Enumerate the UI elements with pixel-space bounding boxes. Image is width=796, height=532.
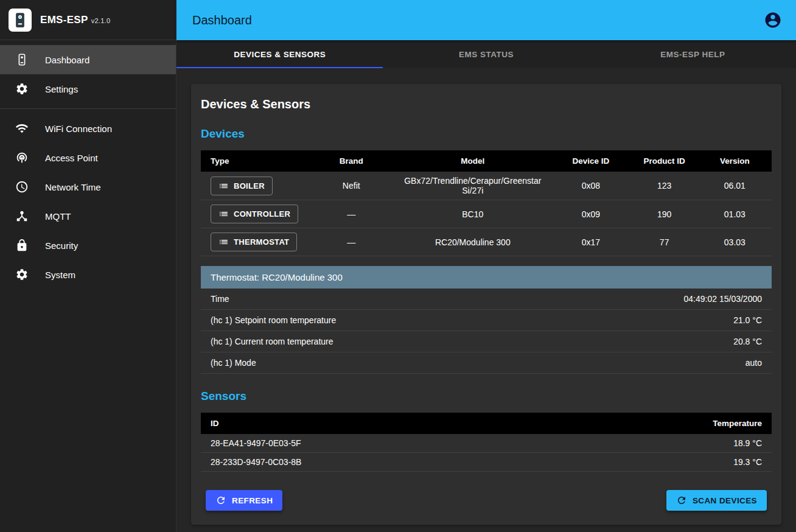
row-label: (hc 1) Mode [211,358,256,368]
clock-icon [15,180,29,194]
refresh-icon [676,495,687,506]
thermostat-banner: Thermostat: RC20/Moduline 300 [201,266,772,289]
card-actions: REFRESH SCAN DEVICES [201,490,772,511]
app-bar: Dashboard [176,0,796,40]
column-header-id: ID [201,413,601,434]
sidebar-item-security[interactable]: Security [0,231,176,260]
sidebar-item-settings[interactable]: Settings [0,74,176,103]
boiler-logo-icon [11,11,29,29]
sidebar-item-wifi-connection[interactable]: WiFi Connection [0,114,176,143]
column-header-version: Version [698,150,772,172]
tab-ems-esp-help[interactable]: EMS-ESP HELP [590,40,796,68]
app-version: v2.1.0 [91,17,111,24]
device-row-boiler: BOILER Nefit GBx72/Trendline/Cerapur/Gre… [201,172,772,200]
devices-sensors-card: Devices & Sensors Devices Type Brand Mod… [191,84,781,525]
row-value: 21.0 °C [733,315,762,325]
sidebar-item-access-point[interactable]: Access Point [0,143,176,172]
device-brand: — [308,228,394,256]
column-header-type: Type [201,150,308,172]
row-value: 04:49:02 15/03/2000 [684,294,762,304]
sidebar-header: EMS-ESPv2.1.0 [0,0,176,40]
device-product-id: 190 [631,200,698,228]
list-icon [218,209,229,219]
column-header-device-id: Device ID [551,150,630,172]
device-version: 03.03 [698,228,772,256]
sensors-table-header: ID Temperature [201,413,772,434]
device-type-button-thermostat[interactable]: THERMOSTAT [211,233,297,251]
device-row-thermostat: THERMOSTAT — RC20/Moduline 300 0x17 77 0… [201,228,772,256]
row-label: (hc 1) Setpoint room temperature [211,315,336,325]
sensors-section-title: Sensors [201,390,772,403]
account-button[interactable] [763,10,783,30]
tab-devices-sensors[interactable]: DEVICES & SENSORS [176,40,383,68]
row-label: Time [211,294,229,304]
device-type-button-controller[interactable]: CONTROLLER [211,205,298,223]
scan-devices-button[interactable]: SCAN DEVICES [666,490,767,511]
app-title: EMS-ESPv2.1.0 [40,14,110,26]
device-id: 0x08 [551,172,630,200]
device-brand: Nefit [308,172,394,200]
content-area: Devices & Sensors Devices Type Brand Mod… [176,68,796,532]
refresh-button[interactable]: REFRESH [206,490,282,511]
device-row-controller: CONTROLLER — BC10 0x09 190 01.03 [201,200,772,228]
sidebar-nav: Dashboard Settings WiFi Connection A [0,40,176,289]
sidebar-item-label: MQTT [45,211,71,222]
devices-section-title: Devices [201,127,772,141]
sidebar-item-label: Network Time [45,182,101,192]
device-version: 01.03 [698,200,772,228]
sidebar: EMS-ESPv2.1.0 Dashboard Settings [0,0,176,532]
device-type-button-boiler[interactable]: BOILER [211,177,273,195]
card-title: Devices & Sensors [201,97,772,111]
app-name: EMS-ESP [40,14,88,26]
main-area: Dashboard DEVICES & SENSORS EMS STATUS E… [176,0,796,532]
sensor-id: 28-233D-9497-0C03-8B [201,453,601,472]
sidebar-divider [0,108,176,109]
list-icon [218,237,229,247]
thermostat-detail-list: Time 04:49:02 15/03/2000 (hc 1) Setpoint… [201,289,772,374]
sidebar-item-label: Settings [45,84,78,94]
devices-table: Type Brand Model Device ID Product ID Ve… [201,150,772,256]
tab-ems-status[interactable]: EMS STATUS [383,40,589,68]
device-model: BC10 [394,200,551,228]
thermostat-row-setpoint: (hc 1) Setpoint room temperature 21.0 °C [201,310,772,331]
device-type-label: CONTROLLER [234,209,290,219]
sensors-table: ID Temperature 28-EA41-9497-0E03-5F 18.9… [201,413,772,472]
sidebar-item-network-time[interactable]: Network Time [0,172,176,201]
column-header-model: Model [394,150,551,172]
device-type-label: THERMOSTAT [234,237,289,247]
device-brand: — [308,200,394,228]
scan-devices-button-label: SCAN DEVICES [693,496,757,505]
sidebar-item-label: WiFi Connection [45,124,112,134]
device-model: RC20/Moduline 300 [394,228,551,256]
sensor-row: 28-EA41-9497-0E03-5F 18.9 °C [201,434,772,453]
devices-table-header: Type Brand Model Device ID Product ID Ve… [201,150,772,172]
sidebar-item-dashboard[interactable]: Dashboard [0,45,176,74]
wifi-icon [15,121,29,136]
device-hub-icon [15,209,29,223]
column-header-temperature: Temperature [601,413,772,434]
account-circle-icon [764,11,782,29]
tab-bar: DEVICES & SENSORS EMS STATUS EMS-ESP HEL… [176,40,796,68]
app-root: EMS-ESPv2.1.0 Dashboard Settings [0,0,796,532]
sidebar-item-label: System [45,270,75,280]
refresh-button-label: REFRESH [232,496,273,505]
sensor-temperature: 18.9 °C [601,434,772,453]
device-product-id: 123 [631,172,698,200]
row-label: (hc 1) Current room temperature [211,337,333,346]
thermostat-row-time: Time 04:49:02 15/03/2000 [201,289,772,310]
device-icon [15,52,29,67]
sidebar-item-mqtt[interactable]: MQTT [0,201,176,231]
device-version: 06.01 [698,172,772,200]
device-model: GBx72/Trendline/Cerapur/Greenstar Si/27i [394,172,551,200]
thermostat-row-mode: (hc 1) Mode auto [201,352,772,374]
sidebar-item-label: Security [45,240,78,251]
page-title: Dashboard [192,13,763,27]
gear-icon [15,267,29,282]
gear-icon [15,82,29,96]
thermostat-row-current-temp: (hc 1) Current room temperature 20.8 °C [201,331,772,352]
sidebar-item-system[interactable]: System [0,260,176,289]
access-point-icon [15,150,29,165]
lock-icon [15,238,29,253]
column-header-product-id: Product ID [631,150,698,172]
ems-esp-logo [9,9,32,32]
